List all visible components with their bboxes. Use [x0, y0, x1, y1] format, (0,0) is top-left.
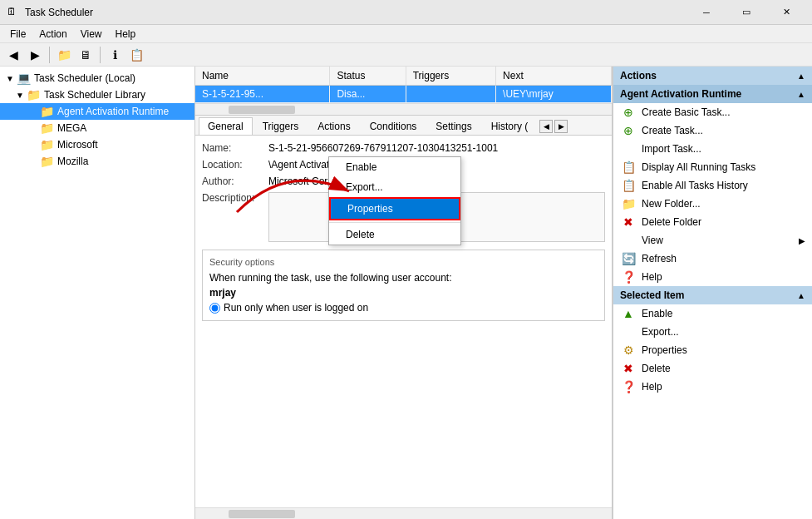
tab-general[interactable]: General	[199, 117, 253, 135]
context-menu-properties[interactable]: Properties	[329, 197, 460, 220]
delete-folder-icon: ✖	[620, 215, 637, 229]
tab-bar: General Triggers Actions Conditions Sett…	[195, 116, 612, 136]
table-row[interactable]: S-1-5-21-95... Disa... \UEY\mrjay	[195, 86, 612, 103]
refresh-item[interactable]: 🔄 Refresh	[613, 250, 812, 268]
tree-item-agent[interactable]: 📁 Agent Activation Runtime	[0, 103, 194, 120]
help-item-actions[interactable]: ❓ Help	[613, 268, 812, 286]
enable-selected-icon: ▲	[620, 307, 637, 320]
security-title: Security options	[209, 257, 598, 267]
tab-prev-btn[interactable]: ◀	[539, 120, 553, 133]
help-label-actions: Help	[642, 271, 662, 283]
selected-collapse-icon: ▲	[797, 291, 805, 300]
task-table-container[interactable]: Name Status Triggers Next S-1-5-21-95...…	[195, 67, 612, 103]
right-panel: Actions ▲ Agent Activation Runtime ▲ ⊕ C…	[613, 67, 812, 519]
agent-runtime-header[interactable]: Agent Activation Runtime ▲	[613, 85, 812, 103]
export-selected-item[interactable]: Export...	[613, 323, 812, 341]
list-button[interactable]: 📋	[126, 45, 146, 65]
col-next[interactable]: Next	[496, 67, 612, 86]
detail-name-row: Name: S-1-5-21-956607269-767911207-10304…	[202, 142, 605, 154]
tab-actions[interactable]: Actions	[308, 117, 359, 135]
delete-selected-item[interactable]: ✖ Delete	[613, 359, 812, 378]
view-submenu-arrow: ▶	[799, 236, 805, 245]
table-hscroll[interactable]	[195, 103, 612, 115]
view-item[interactable]: View ▶	[613, 231, 812, 250]
create-task-label: Create Task...	[642, 125, 703, 136]
context-menu-export[interactable]: Export...	[329, 177, 460, 197]
computer-button[interactable]: 🖥	[76, 45, 96, 65]
detail-name-value: S-1-5-21-956607269-767911207-1030413251-…	[268, 142, 605, 154]
view-icon	[620, 234, 637, 247]
tree-label-library: Task Scheduler Library	[44, 89, 145, 101]
import-task-item[interactable]: Import Task...	[613, 140, 812, 158]
tree-icon-agent: 📁	[40, 105, 54, 118]
tab-history[interactable]: History (	[482, 117, 538, 135]
radio-row: Run only when user is logged on	[209, 302, 598, 314]
info-button[interactable]: ℹ	[105, 45, 125, 65]
help-selected-item[interactable]: ❓ Help	[613, 378, 812, 396]
menu-help[interactable]: Help	[109, 27, 143, 42]
properties-selected-label: Properties	[642, 344, 687, 356]
new-folder-item[interactable]: 📁 New Folder...	[613, 195, 812, 213]
detail-location-label: Location:	[202, 159, 268, 171]
col-triggers[interactable]: Triggers	[406, 67, 495, 86]
radio-logged-on[interactable]	[209, 303, 220, 314]
maximize-button[interactable]: ▭	[727, 0, 765, 25]
minimize-button[interactable]: ─	[687, 0, 726, 25]
tree-item-local[interactable]: ▼ 💻 Task Scheduler (Local)	[0, 70, 194, 86]
new-folder-label: New Folder...	[642, 198, 701, 210]
cell-next: \UEY\mrjay	[496, 86, 612, 103]
context-menu-enable[interactable]: Enable	[329, 157, 460, 177]
selected-section-header[interactable]: Selected Item ▲	[613, 286, 812, 304]
tree-arrow-mozilla	[27, 157, 40, 166]
enable-history-item[interactable]: 📋 Enable All Tasks History	[613, 176, 812, 195]
delete-folder-item[interactable]: ✖ Delete Folder	[613, 213, 812, 231]
enable-selected-item[interactable]: ▲ Enable	[613, 304, 812, 323]
refresh-icon: 🔄	[620, 252, 637, 265]
app-icon: 🗓	[7, 6, 20, 19]
properties-selected-item[interactable]: ⚙ Properties	[613, 341, 812, 359]
create-task-item[interactable]: ⊕ Create Task...	[613, 121, 812, 140]
tree-arrow-library: ▼	[13, 91, 27, 100]
delete-selected-label: Delete	[642, 363, 671, 374]
enable-history-icon: 📋	[620, 179, 637, 192]
menu-action[interactable]: Action	[32, 27, 73, 42]
display-running-item[interactable]: 📋 Display All Running Tasks	[613, 158, 812, 176]
tree-arrow-agent	[27, 107, 40, 116]
context-menu-delete[interactable]: Delete	[329, 225, 460, 245]
forward-button[interactable]: ▶	[25, 45, 45, 65]
menu-file[interactable]: File	[3, 27, 32, 42]
col-name[interactable]: Name	[195, 67, 330, 86]
col-status[interactable]: Status	[330, 67, 406, 86]
detail-name-label: Name:	[202, 142, 268, 154]
tree-item-mega[interactable]: 📁 MEGA	[0, 120, 194, 136]
tree-label-mega: MEGA	[57, 122, 86, 134]
menu-view[interactable]: View	[74, 27, 109, 42]
tree-arrow-mega	[27, 124, 40, 133]
context-menu: Enable Export... Properties Delete	[328, 156, 461, 245]
actions-section-title: Actions	[620, 70, 657, 82]
tab-settings[interactable]: Settings	[426, 117, 480, 135]
tab-next-btn[interactable]: ▶	[554, 120, 568, 133]
toolbar: ◀ ▶ 📁 🖥 ℹ 📋	[0, 43, 812, 67]
tree-item-microsoft[interactable]: 📁 Microsoft	[0, 136, 194, 153]
detail-desc-label: Description:	[202, 192, 268, 204]
properties-selected-icon: ⚙	[620, 344, 637, 357]
export-selected-icon	[620, 325, 637, 339]
import-task-label: Import Task...	[642, 143, 701, 155]
tree-icon-local: 💻	[17, 72, 31, 85]
tab-conditions[interactable]: Conditions	[361, 117, 426, 135]
tab-triggers[interactable]: Triggers	[253, 117, 308, 135]
display-running-icon: 📋	[620, 161, 637, 174]
tree-arrow-local: ▼	[3, 74, 17, 83]
agent-runtime-label: Agent Activation Runtime	[620, 88, 741, 100]
security-user: mrjay	[209, 287, 598, 299]
back-button[interactable]: ◀	[3, 45, 23, 65]
actions-section-header[interactable]: Actions ▲	[613, 67, 812, 85]
detail-hscroll[interactable]	[195, 507, 612, 519]
close-button[interactable]: ✕	[767, 0, 805, 25]
tree-item-library[interactable]: ▼ 📁 Task Scheduler Library	[0, 86, 194, 103]
tree-item-mozilla[interactable]: 📁 Mozilla	[0, 153, 194, 170]
folder-button[interactable]: 📁	[54, 45, 74, 65]
create-basic-task-item[interactable]: ⊕ Create Basic Task...	[613, 103, 812, 121]
export-selected-label: Export...	[642, 326, 679, 338]
